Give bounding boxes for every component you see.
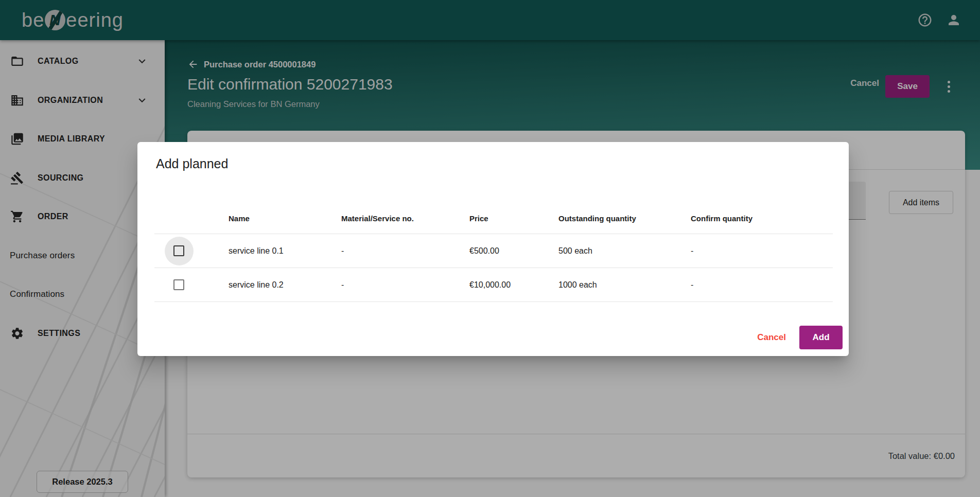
table-row[interactable]: service line 0.2 - €10,000.00 1000 each … — [154, 268, 833, 302]
table-row[interactable]: service line 0.1 - €500.00 500 each - — [154, 234, 833, 268]
planned-lines-table: Name Material/Service no. Price Outstand… — [154, 203, 833, 302]
cell-name: service line 0.2 — [229, 280, 341, 290]
cell-outstanding-quantity: 1000 each — [558, 280, 691, 290]
add-planned-dialog: Add planned Name Material/Service no. Pr… — [137, 142, 849, 356]
dialog-add-button[interactable]: Add — [799, 326, 843, 349]
cell-material-service-no: - — [341, 280, 469, 290]
column-header: Confirm quantity — [691, 214, 833, 223]
dialog-cancel-button[interactable]: Cancel — [752, 326, 791, 349]
row-checkbox[interactable] — [173, 245, 184, 256]
column-header: Material/Service no. — [341, 214, 469, 223]
column-header: Outstanding quantity — [558, 214, 691, 223]
table-header-row: Name Material/Service no. Price Outstand… — [154, 203, 833, 234]
cell-price: €10,000.00 — [469, 280, 558, 290]
cell-outstanding-quantity: 500 each — [558, 246, 691, 256]
row-checkbox[interactable] — [173, 279, 184, 290]
column-header: Price — [469, 214, 558, 223]
cell-price: €500.00 — [469, 246, 558, 256]
cell-confirm-quantity: - — [691, 246, 833, 256]
cell-confirm-quantity: - — [691, 280, 833, 290]
application-window: be N eering — [0, 0, 980, 497]
cell-name: service line 0.1 — [229, 246, 341, 256]
dialog-title: Add planned — [156, 156, 228, 171]
column-header: Name — [229, 214, 341, 223]
cell-material-service-no: - — [341, 246, 469, 256]
